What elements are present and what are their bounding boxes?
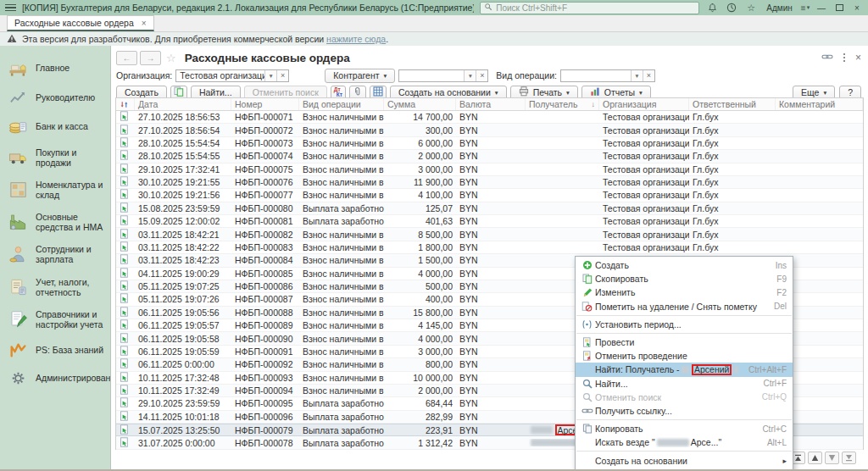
table-row[interactable]: 30.10.2025 19:21:55НФБП-000076Взнос нали… [116,176,863,189]
table-row[interactable]: 27.10.2025 18:56:53НФБП-000071Взнос нали… [116,111,863,124]
cell-organization: Тестовая организация [599,125,689,136]
minimize-button[interactable]: — [815,2,827,14]
context-menu-item-copy[interactable]: КопироватьCtrl+C [576,422,793,435]
context-menu-item-edit[interactable]: ИзменитьF2 [576,285,793,299]
column-header-date[interactable]: Дата [135,98,231,110]
counterparty-combo-clear-icon[interactable]: × [476,70,487,81]
menu-item-label: Отменить проведение [595,351,787,361]
sidebar-item-truck[interactable]: Покупки и продажи [0,141,110,174]
global-search-input[interactable]: Поиск Ctrl+Shift+F [480,2,699,14]
close-view-icon[interactable]: × [855,52,861,64]
column-header-organization[interactable]: Организация [599,98,689,110]
close-window-button[interactable]: × [851,2,863,14]
sidebar-item-report[interactable]: Учет, налоги, отчетность [0,271,110,303]
table-row[interactable]: 15.09.2025 12:00:02НФБП-000081Выплата за… [116,215,863,228]
table-row[interactable]: 30.10.2025 19:21:56НФБП-000077Взнос нали… [116,189,863,202]
column-header-icon[interactable] [116,98,135,110]
cell-currency: BYN [456,294,526,304]
column-header-operation-type[interactable]: Вид операции [299,98,384,110]
sidebar-item-docpen[interactable]: Справочники и настройки учета [0,303,110,335]
cell-number: НФБП-000079 [231,425,299,435]
notifications-bell-icon[interactable] [705,2,719,14]
column-header-comment[interactable]: Комментарий [776,98,863,110]
document-posted-icon [116,189,135,201]
column-header-amount[interactable]: Сумма [384,98,456,110]
org-filter-combo[interactable]: Тестовая организация ▾ × [175,69,289,82]
org-combo-clear-icon[interactable]: × [276,70,288,81]
context-menu-item-copy-document[interactable]: СкопироватьF9 [576,272,793,285]
context-menu-item-mark-for-deletion[interactable]: Пометить на удаление / Снять пометкуDel [576,300,793,313]
column-header-number[interactable]: Номер [231,98,299,110]
context-menu-item-find[interactable]: Найти...Ctrl+F [576,377,793,391]
column-header-receiver[interactable]: Получатель↓ [526,98,599,110]
sidebar-item-factory[interactable]: Основные средства и НМА [0,206,110,238]
menu-item-label: Создать на основании [595,456,774,466]
table-row[interactable]: 29.10.2025 17:32:41НФБП-000075Взнос нали… [116,163,863,176]
context-menu-item-set-period[interactable]: Установить период... [576,318,793,331]
table-row[interactable]: 28.10.2025 15:54:54НФБП-000073Взнос нали… [116,137,863,150]
table-row[interactable]: 03.11.2025 18:42:21НФБП-000082Взнос нали… [116,228,863,241]
cell-date: 03.11.2025 18:42:22 [135,242,231,252]
sidebar-item-desk[interactable]: Главное [0,53,110,84]
cell-amount: 3 000,00 [384,346,456,357]
counterparty-filter-combo[interactable]: ▾ × [398,69,488,82]
service-menu-icon[interactable]: ≡▾ [801,3,810,13]
context-menu-item-create[interactable]: СоздатьIns [576,258,793,272]
context-menu-item-search-everywhere[interactable]: Искать везде "Арсе..."Alt+L [576,435,793,449]
context-menu-item-post[interactable]: Провести [576,335,793,349]
document-posted-icon [116,280,135,292]
history-icon[interactable] [725,2,738,14]
context-menu-item-create-based-on[interactable]: Создать на основании▸ [576,453,793,467]
cell-amount: 1 800,00 [384,242,456,252]
table-row[interactable]: 28.10.2025 15:54:55НФБП-000074Взнос нали… [116,150,863,163]
table-row[interactable]: 03.11.2025 18:42:22НФБП-000083Взнос нали… [116,241,863,254]
optype-filter-combo[interactable]: ▾ × [560,69,655,82]
posted-document-icon [120,372,131,384]
favorites-star-icon[interactable]: ☆ [744,2,758,14]
scroll-to-bottom-button[interactable] [842,452,856,464]
more-menu-icon[interactable] [842,52,847,64]
counterparty-combo-dropdown-icon[interactable]: ▾ [464,70,476,81]
favorite-star-icon[interactable]: ☆ [166,52,176,64]
sidebar-item-coins[interactable]: Банк и касса [0,111,110,141]
sidebar-item-person[interactable]: Сотрудники и зарплата [0,238,110,270]
cell-organization: Тестовая организация [599,230,689,240]
sidebar-item-kb[interactable]: PS: База знаний [0,335,110,364]
column-header-currency[interactable]: Валюта [456,98,526,110]
column-header-responsible[interactable]: Ответственный [689,98,776,110]
forward-button[interactable]: → [140,51,161,65]
table-row[interactable]: 27.10.2025 18:56:54НФБП-000072Взнос нали… [116,124,863,136]
context-menu-item-unpost[interactable]: Отменить проведение [576,349,793,363]
scroll-up-button[interactable] [808,452,822,464]
back-button[interactable]: ← [116,51,137,65]
get-link-icon[interactable] [821,52,833,64]
warning-link[interactable]: нажмите сюда [326,34,386,44]
scroll-down-button[interactable] [825,452,839,464]
document-posted-icon [116,397,135,409]
table-row[interactable]: 15.08.2025 23:59:59НФБП-000080Выплата за… [116,202,863,215]
cell-number: НФБП-000083 [231,242,299,252]
tab-expense-cash-orders[interactable]: Расходные кассовые ордера × [7,15,154,31]
document-posted-icon [116,411,135,423]
counterparty-filter-button[interactable]: Контрагент▾ [325,69,395,83]
optype-combo-dropdown-icon[interactable]: ▾ [631,70,643,81]
context-menu-item-find-by-receiver[interactable]: Найти: Получатель - АрсенийCtrl+Alt+F [576,363,793,376]
sidebar-item-shelf[interactable]: Номенклатура и склад [0,174,110,206]
menu-item-shortcut: Ctrl+Alt+F [748,365,787,374]
tab-close-icon[interactable]: × [142,19,147,28]
sidebar-item-gear[interactable]: Администрирование [0,364,110,392]
optype-combo-clear-icon[interactable]: × [643,70,654,81]
maximize-button[interactable] [833,2,845,14]
current-user[interactable]: Админ [766,3,793,13]
document-posted-icon [116,293,135,305]
main-menu-icon[interactable] [5,4,16,12]
cell-amount: 11 900,00 [384,177,456,187]
sort-descending-icon: ↓ [592,100,596,108]
document-posted-icon [116,333,135,345]
cell-responsible: Гл.бух [689,112,776,122]
org-combo-dropdown-icon[interactable]: ▾ [264,70,276,81]
context-menu-item-get-link[interactable]: Получить ссылку... [576,404,793,418]
sidebar-item-chart[interactable]: Руководителю [0,84,110,111]
filter-row: Организация: Тестовая организация ▾ × Ко… [111,67,868,83]
posted-document-icon [120,385,131,396]
